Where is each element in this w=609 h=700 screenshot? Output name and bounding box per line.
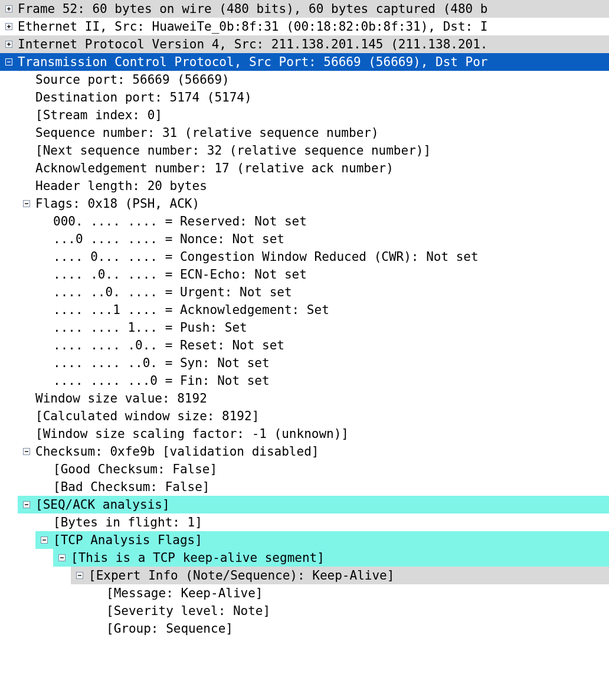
tree-label[interactable]: [Window size scaling factor: -1 (unknown… [35, 425, 609, 443]
tree-row[interactable]: .... .0.. .... = ECN-Echo: Not set [0, 266, 609, 283]
tree-label[interactable]: Checksum: 0xfe9b [validation disabled] [35, 443, 609, 460]
tree-row[interactable]: [SEQ/ACK analysis] [0, 496, 609, 513]
tree-row[interactable]: [Severity level: Note] [0, 602, 609, 620]
collapse-icon[interactable] [18, 496, 35, 513]
tree-label[interactable]: [Good Checksum: False] [53, 460, 609, 478]
indent-cell [18, 513, 35, 531]
spacer [18, 142, 35, 159]
indent-cell [18, 336, 35, 354]
tree-row[interactable]: .... .... ..0. = Syn: Not set [0, 354, 609, 372]
collapse-icon[interactable] [35, 531, 53, 549]
spacer [35, 354, 53, 372]
tree-label[interactable]: .... .0.. .... = ECN-Echo: Not set [53, 266, 609, 283]
tree-label[interactable]: [SEQ/ACK analysis] [35, 496, 609, 513]
collapse-icon[interactable] [71, 567, 89, 584]
tree-row[interactable]: [Good Checksum: False] [0, 460, 609, 478]
tree-row[interactable]: Source port: 56669 (56669) [0, 71, 609, 89]
tree-label[interactable]: [Bytes in flight: 1] [53, 513, 609, 531]
tree-label[interactable]: Sequence number: 31 (relative sequence n… [35, 124, 609, 142]
tree-row[interactable]: [Expert Info (Note/Sequence): Keep-Alive… [0, 567, 609, 584]
tree-label[interactable]: Header length: 20 bytes [35, 177, 609, 195]
tree-label[interactable]: [This is a TCP keep-alive segment] [71, 549, 609, 567]
tree-row[interactable]: ...0 .... .... = Nonce: Not set [0, 230, 609, 248]
tree-label[interactable]: [Message: Keep-Alive] [106, 584, 609, 602]
tree-row[interactable]: Destination port: 5174 (5174) [0, 89, 609, 106]
packet-details-tree[interactable]: Frame 52: 60 bytes on wire (480 bits), 6… [0, 0, 609, 637]
spacer [35, 266, 53, 283]
tree-label[interactable]: [Group: Sequence] [106, 620, 609, 637]
spacer [35, 319, 53, 336]
collapse-icon[interactable] [53, 549, 71, 567]
tree-label[interactable]: ...0 .... .... = Nonce: Not set [53, 230, 609, 248]
tree-row[interactable]: Frame 52: 60 bytes on wire (480 bits), 6… [0, 0, 609, 18]
tree-row[interactable]: Acknowledgement number: 17 (relative ack… [0, 159, 609, 177]
tree-row[interactable]: .... ..0. .... = Urgent: Not set [0, 283, 609, 301]
tree-label[interactable]: Internet Protocol Version 4, Src: 211.13… [18, 35, 609, 53]
spacer [18, 159, 35, 177]
tree-row[interactable]: Ethernet II, Src: HuaweiTe_0b:8f:31 (00:… [0, 18, 609, 35]
tree-row[interactable]: .... .... ...0 = Fin: Not set [0, 372, 609, 390]
tree-row[interactable]: 000. .... .... = Reserved: Not set [0, 212, 609, 230]
spacer [18, 71, 35, 89]
indent-cell [18, 301, 35, 319]
tree-row[interactable]: Sequence number: 31 (relative sequence n… [0, 124, 609, 142]
tree-row[interactable]: Flags: 0x18 (PSH, ACK) [0, 195, 609, 212]
tree-label[interactable]: [Calculated window size: 8192] [35, 407, 609, 425]
collapse-icon[interactable] [18, 195, 35, 212]
tree-label[interactable]: .... 0... .... = Congestion Window Reduc… [53, 248, 609, 266]
collapse-icon[interactable] [0, 53, 18, 71]
tree-label[interactable]: .... ..0. .... = Urgent: Not set [53, 283, 609, 301]
indent-cell [0, 407, 18, 425]
tree-label[interactable]: [Bad Checksum: False] [53, 478, 609, 496]
tree-label[interactable]: Window size value: 8192 [35, 390, 609, 407]
tree-row[interactable]: .... .... 1... = Push: Set [0, 319, 609, 336]
tree-label[interactable]: .... .... 1... = Push: Set [53, 319, 609, 336]
tree-row[interactable]: [This is a TCP keep-alive segment] [0, 549, 609, 567]
tree-row[interactable]: [Group: Sequence] [0, 620, 609, 637]
tree-label[interactable]: [TCP Analysis Flags] [53, 531, 609, 549]
tree-row[interactable]: [Bytes in flight: 1] [0, 513, 609, 531]
indent-cell [53, 602, 71, 620]
tree-label[interactable]: Ethernet II, Src: HuaweiTe_0b:8f:31 (00:… [18, 18, 609, 35]
expand-icon[interactable] [0, 35, 18, 53]
tree-label[interactable]: Destination port: 5174 (5174) [35, 89, 609, 106]
tree-row[interactable]: Internet Protocol Version 4, Src: 211.13… [0, 35, 609, 53]
tree-label[interactable]: [Next sequence number: 32 (relative sequ… [35, 142, 609, 159]
tree-row[interactable]: [TCP Analysis Flags] [0, 531, 609, 549]
tree-row[interactable]: Window size value: 8192 [0, 390, 609, 407]
tree-row[interactable]: .... .... .0.. = Reset: Not set [0, 336, 609, 354]
tree-label[interactable]: Transmission Control Protocol, Src Port:… [18, 53, 609, 71]
expand-icon[interactable] [0, 18, 18, 35]
spacer [35, 248, 53, 266]
tree-label[interactable]: [Severity level: Note] [106, 602, 609, 620]
tree-row[interactable]: [Stream index: 0] [0, 106, 609, 124]
tree-row[interactable]: [Window size scaling factor: -1 (unknown… [0, 425, 609, 443]
tree-row[interactable]: [Next sequence number: 32 (relative sequ… [0, 142, 609, 159]
indent-cell [35, 584, 53, 602]
spacer [35, 230, 53, 248]
tree-label[interactable]: [Expert Info (Note/Sequence): Keep-Alive… [89, 567, 609, 584]
tree-label[interactable]: Flags: 0x18 (PSH, ACK) [35, 195, 609, 212]
spacer [35, 372, 53, 390]
tree-row[interactable]: [Bad Checksum: False] [0, 478, 609, 496]
tree-label[interactable]: Frame 52: 60 bytes on wire (480 bits), 6… [18, 0, 609, 18]
collapse-icon[interactable] [18, 443, 35, 460]
tree-row[interactable]: .... 0... .... = Congestion Window Reduc… [0, 248, 609, 266]
tree-label[interactable]: Source port: 56669 (56669) [35, 71, 609, 89]
tree-row[interactable]: .... ...1 .... = Acknowledgement: Set [0, 301, 609, 319]
tree-row[interactable]: Transmission Control Protocol, Src Port:… [0, 53, 609, 71]
tree-label[interactable]: .... .... ...0 = Fin: Not set [53, 372, 609, 390]
tree-label[interactable]: [Stream index: 0] [35, 106, 609, 124]
spacer [35, 460, 53, 478]
tree-label[interactable]: Acknowledgement number: 17 (relative ack… [35, 159, 609, 177]
tree-row[interactable]: Header length: 20 bytes [0, 177, 609, 195]
tree-label[interactable]: .... .... ..0. = Syn: Not set [53, 354, 609, 372]
tree-label[interactable]: .... .... .0.. = Reset: Not set [53, 336, 609, 354]
indent-cell [18, 531, 35, 549]
tree-label[interactable]: .... ...1 .... = Acknowledgement: Set [53, 301, 609, 319]
expand-icon[interactable] [0, 0, 18, 18]
tree-label[interactable]: 000. .... .... = Reserved: Not set [53, 212, 609, 230]
tree-row[interactable]: [Message: Keep-Alive] [0, 584, 609, 602]
tree-row[interactable]: Checksum: 0xfe9b [validation disabled] [0, 443, 609, 460]
tree-row[interactable]: [Calculated window size: 8192] [0, 407, 609, 425]
